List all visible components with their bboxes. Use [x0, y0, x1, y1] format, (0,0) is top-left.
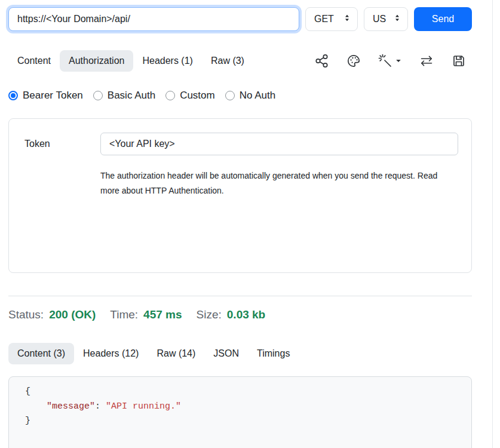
share-button[interactable] [315, 54, 329, 68]
status-value: 200 (OK) [49, 308, 96, 321]
radio-icon [8, 91, 18, 100]
response-body: { "message": "API running." } [9, 377, 471, 435]
right-column-divider [492, 0, 493, 448]
chevron-down-icon [395, 58, 401, 64]
save-button[interactable] [452, 54, 466, 68]
region-select[interactable]: US [364, 7, 408, 31]
auth-option-label: No Auth [240, 90, 276, 102]
token-field-column: The authorization header will be automat… [100, 133, 458, 198]
time-group: Time: 457 ms [110, 308, 182, 321]
tab-headers[interactable]: Headers (1) [133, 50, 201, 72]
theme-button[interactable] [346, 54, 361, 68]
auth-option-label: Custom [180, 90, 215, 102]
palette-icon [346, 54, 361, 68]
size-group: Size: 0.03 kb [197, 308, 266, 321]
auth-option-bearer-token[interactable]: Bearer Token [8, 90, 83, 102]
status-group: Status: 200 (OK) [8, 308, 96, 321]
send-button[interactable]: Send [414, 7, 472, 31]
tab-content[interactable]: Content [8, 50, 60, 72]
resp-tab-content[interactable]: Content (3) [8, 343, 74, 364]
response-tabs-row: Content (3) Headers (12) Raw (14) JSON T… [8, 343, 472, 364]
resp-tab-headers[interactable]: Headers (12) [74, 343, 148, 364]
size-value: 0.03 kb [227, 308, 265, 321]
main-column: GET US Send Content Authorization Header… [8, 0, 472, 448]
api-tester-app: GET US Send Content Authorization Header… [0, 0, 500, 448]
response-summary: Status: 200 (OK) Time: 457 ms Size: 0.03… [8, 308, 472, 321]
response-body-panel: { "message": "API running." } [8, 376, 472, 448]
auth-help-text: The authorization header will be automat… [100, 168, 447, 198]
auth-option-no-auth[interactable]: No Auth [225, 90, 276, 102]
toolbar [315, 54, 472, 68]
swap-arrows-icon [419, 54, 434, 68]
radio-icon [225, 91, 235, 100]
magic-wand-icon [378, 54, 392, 68]
url-input[interactable] [8, 7, 299, 31]
auth-option-basic-auth[interactable]: Basic Auth [93, 90, 155, 102]
json-key: "message" [47, 401, 95, 412]
auth-option-custom[interactable]: Custom [165, 90, 215, 102]
resp-tab-json[interactable]: JSON [204, 343, 248, 364]
auth-panel: Token The authorization header will be a… [8, 118, 472, 273]
auth-option-label: Bearer Token [23, 90, 83, 102]
swap-button[interactable] [419, 54, 434, 68]
updown-caret-icon [393, 14, 401, 24]
token-label: Token [24, 133, 100, 198]
token-input[interactable] [100, 133, 458, 155]
time-label: Time: [110, 308, 138, 321]
section-divider [8, 296, 472, 296]
size-label: Size: [197, 308, 222, 321]
magic-wand-dropdown-button[interactable] [378, 54, 401, 68]
tab-authorization[interactable]: Authorization [60, 50, 133, 72]
radio-icon [93, 91, 103, 100]
json-close-brace: } [25, 416, 30, 426]
share-icon [315, 54, 329, 68]
auth-type-options: Bearer Token Basic Auth Custom No Auth [8, 90, 472, 102]
method-select-value: GET [314, 14, 334, 24]
json-colon: : [95, 401, 106, 412]
auth-option-label: Basic Auth [108, 90, 155, 102]
time-value: 457 ms [143, 308, 182, 321]
resp-tab-timings[interactable]: Timings [248, 343, 299, 364]
json-string-value: "API running." [106, 401, 181, 412]
json-open-brace: { [25, 386, 30, 397]
status-label: Status: [8, 308, 44, 321]
request-tabs-row: Content Authorization Headers (1) Raw (3… [8, 50, 472, 72]
region-select-value: US [373, 14, 386, 24]
method-select[interactable]: GET [305, 7, 358, 31]
tab-raw[interactable]: Raw (3) [202, 50, 253, 72]
radio-icon [165, 91, 175, 100]
updown-caret-icon [343, 14, 351, 24]
resp-tab-raw[interactable]: Raw (14) [148, 343, 204, 364]
save-icon [452, 54, 466, 68]
token-row: Token The authorization header will be a… [24, 133, 458, 198]
request-bar: GET US Send [8, 7, 472, 31]
